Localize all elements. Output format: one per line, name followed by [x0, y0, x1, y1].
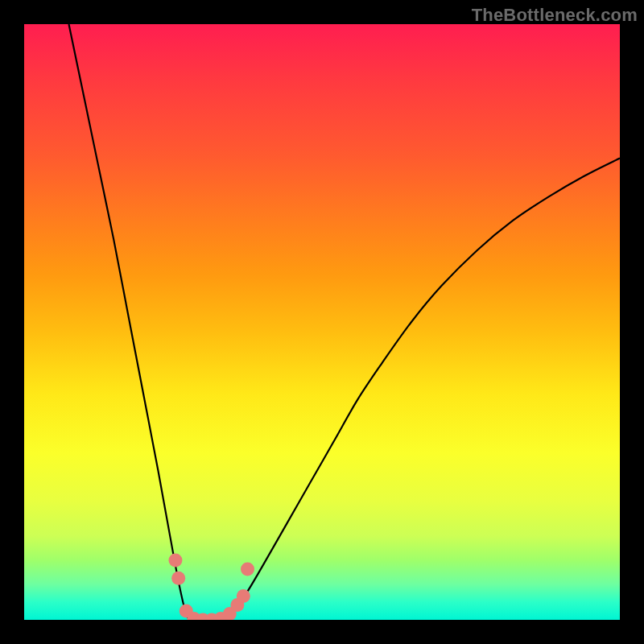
- chart-svg: [24, 24, 620, 620]
- watermark-text: TheBottleneck.com: [472, 5, 638, 26]
- plot-area: [24, 24, 620, 620]
- chart-frame: TheBottleneck.com: [0, 0, 644, 644]
- bottleneck-curve: [69, 24, 621, 620]
- data-marker: [168, 554, 182, 568]
- data-marker: [237, 589, 250, 603]
- data-marker: [171, 572, 185, 585]
- data-marker: [241, 563, 254, 576]
